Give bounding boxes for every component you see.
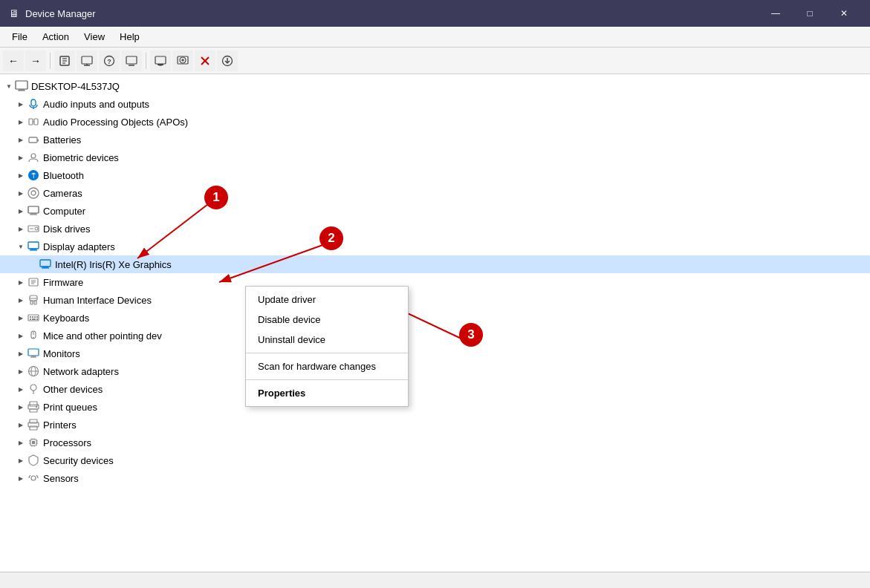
menu-file[interactable]: File	[4, 28, 35, 45]
back-button[interactable]: ←	[3, 50, 24, 71]
minimize-button[interactable]: —	[759, 0, 793, 27]
cameras-toggle[interactable]: ▶	[15, 187, 27, 199]
tree-item-biometric[interactable]: ▶ Biometric devices	[0, 148, 870, 166]
security-devices-icon	[27, 454, 40, 467]
mice-toggle[interactable]: ▶	[15, 330, 27, 342]
hid-toggle[interactable]: ▶	[15, 294, 27, 306]
sensors-toggle[interactable]: ▶	[15, 472, 27, 484]
ctx-uninstall-device[interactable]: Uninstall device	[246, 330, 408, 350]
tree-item-sensors[interactable]: ▶ Sensors	[0, 469, 870, 487]
other-devices-toggle[interactable]: ▶	[15, 383, 27, 395]
computer-icon	[15, 79, 28, 93]
printers-toggle[interactable]: ▶	[15, 419, 27, 431]
bluetooth-label: Bluetooth	[43, 170, 84, 181]
svg-point-68	[33, 337, 34, 339]
processors-label: Processors	[43, 437, 91, 448]
svg-rect-31	[37, 140, 39, 142]
svg-point-77	[33, 393, 34, 394]
update-driver-toolbar-button[interactable]	[77, 50, 97, 71]
tree-item-keyboards[interactable]: ▶ Keyboards	[0, 309, 870, 327]
maximize-button[interactable]: □	[793, 0, 827, 27]
print-queues-toggle[interactable]: ▶	[15, 401, 27, 413]
uninstall-button[interactable]	[121, 50, 142, 71]
tree-item-batteries[interactable]: ▶ Batteries	[0, 131, 870, 148]
close-button[interactable]: ✕	[827, 0, 861, 27]
tree-item-security-devices[interactable]: ▶ Security devices	[0, 451, 870, 469]
svg-rect-30	[29, 137, 37, 143]
tree-item-network[interactable]: ▶ Network adapters	[0, 362, 870, 380]
tree-item-display-adapters[interactable]: ▼ Display adapters	[0, 238, 870, 255]
network-toggle[interactable]: ▶	[15, 365, 27, 377]
computer-item-icon	[27, 204, 40, 218]
tree-panel[interactable]: ▼ DESKTOP-4L537JQ ▶ Audio inputs and out…	[0, 74, 870, 572]
menu-help[interactable]: Help	[112, 28, 147, 45]
tree-item-intel-iris[interactable]: Intel(R) Iris(R) Xe Graphics	[0, 255, 870, 273]
download-button[interactable]	[217, 50, 238, 71]
tree-item-firmware[interactable]: ▶ Firmware	[0, 273, 870, 291]
svg-rect-4	[82, 56, 92, 64]
processors-toggle[interactable]: ▶	[15, 437, 27, 448]
batteries-toggle[interactable]: ▶	[15, 134, 27, 146]
tree-item-hid[interactable]: ▶ Human Interface Devices	[0, 291, 870, 309]
ctx-properties[interactable]: Properties	[246, 383, 408, 403]
computer-toggle[interactable]: ▶	[15, 205, 27, 217]
svg-rect-62	[36, 316, 38, 318]
keyboards-icon	[27, 311, 40, 324]
add-device-button[interactable]	[172, 50, 193, 71]
bluetooth-toggle[interactable]: ▶	[15, 169, 27, 181]
scan-button[interactable]	[150, 50, 171, 71]
biometric-toggle[interactable]: ▶	[15, 151, 27, 163]
disk-drives-toggle[interactable]: ▶	[15, 223, 27, 235]
monitors-toggle[interactable]: ▶	[15, 347, 27, 359]
firmware-label: Firmware	[43, 277, 83, 288]
title-bar: 🖥 Device Manager — □ ✕	[0, 0, 870, 27]
help-button[interactable]: ?	[99, 50, 120, 71]
firmware-toggle[interactable]: ▶	[15, 276, 27, 288]
svg-rect-25	[31, 99, 36, 106]
display-adapters-label: Display adapters	[43, 241, 115, 252]
hid-icon	[27, 293, 40, 307]
tree-root[interactable]: ▼ DESKTOP-4L537JQ	[0, 77, 870, 95]
tree-item-print-queues[interactable]: ▶ Print queues	[0, 398, 870, 416]
tree-item-printers[interactable]: ▶ Printers	[0, 416, 870, 434]
tree-item-other-devices[interactable]: ▶ Other devices	[0, 380, 870, 398]
tree-item-disk-drives[interactable]: ▶ Disk drives	[0, 220, 870, 238]
svg-rect-80	[30, 409, 37, 412]
tree-item-bluetooth[interactable]: ▶ ⍑ Bluetooth	[0, 166, 870, 184]
app-window: 🖥 Device Manager — □ ✕ File Action View …	[0, 0, 870, 588]
display-adapters-toggle[interactable]: ▼	[15, 241, 27, 252]
tree-item-computer[interactable]: ▶ Computer	[0, 202, 870, 220]
svg-rect-46	[40, 260, 51, 267]
security-devices-toggle[interactable]: ▶	[15, 454, 27, 466]
audio-inputs-toggle[interactable]: ▶	[15, 98, 27, 110]
svg-rect-38	[30, 213, 36, 215]
title-bar-title: Device Manager	[25, 8, 96, 19]
menu-view[interactable]: View	[77, 28, 112, 45]
svg-point-95	[31, 476, 36, 480]
batteries-icon	[27, 133, 40, 146]
tree-item-mice[interactable]: ▶ Mice and other pointing dev	[0, 327, 870, 344]
intel-iris-icon	[39, 258, 52, 271]
apo-toggle[interactable]: ▶	[15, 116, 27, 128]
remove-device-button[interactable]	[195, 50, 215, 71]
tree-item-processors[interactable]: ▶ Processors	[0, 434, 870, 451]
keyboards-toggle[interactable]: ▶	[15, 312, 27, 324]
ctx-update-driver[interactable]: Update driver	[246, 290, 408, 310]
forward-button[interactable]: →	[25, 50, 46, 71]
properties-button[interactable]	[54, 50, 75, 71]
svg-rect-11	[155, 56, 166, 64]
root-label: DESKTOP-4L537JQ	[31, 81, 120, 92]
svg-rect-57	[34, 301, 36, 304]
cameras-label: Cameras	[43, 188, 82, 199]
menu-action[interactable]: Action	[35, 28, 77, 45]
ctx-scan-hardware[interactable]: Scan for hardware changes	[246, 356, 408, 376]
ctx-disable-device[interactable]: Disable device	[246, 310, 408, 330]
root-toggle[interactable]: ▼	[3, 80, 15, 92]
tree-item-monitors[interactable]: ▶ Monitors	[0, 344, 870, 362]
tree-item-audio-inputs[interactable]: ▶ Audio inputs and outputs	[0, 95, 870, 113]
svg-rect-37	[28, 206, 39, 213]
other-devices-icon	[27, 382, 40, 396]
tree-item-cameras[interactable]: ▶ Cameras	[0, 184, 870, 202]
audio-inputs-label: Audio inputs and outputs	[43, 99, 149, 110]
tree-item-apo[interactable]: ▶ Audio Processing Objects (APOs)	[0, 113, 870, 131]
